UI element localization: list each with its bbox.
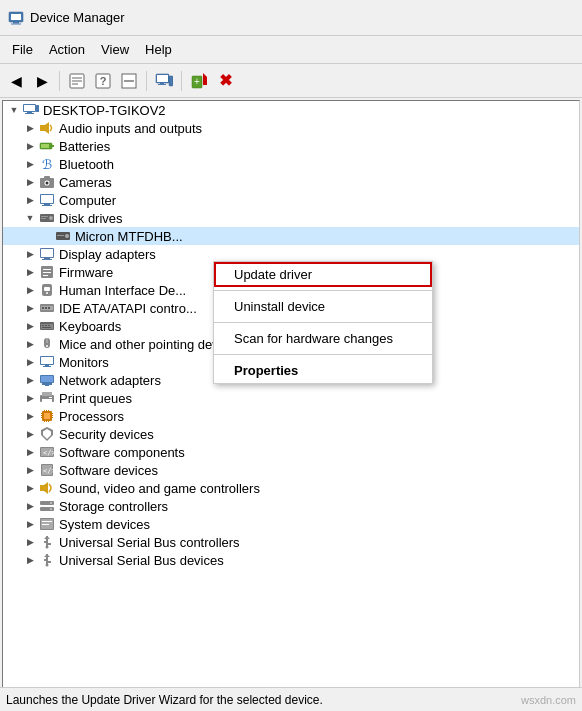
status-text: Launches the Update Driver Wizard for th…	[6, 693, 323, 707]
svg-rect-68	[42, 327, 51, 328]
svg-rect-48	[41, 249, 53, 257]
menu-file[interactable]: File	[4, 40, 41, 59]
context-update-driver[interactable]: Update driver	[214, 262, 432, 287]
svg-point-120	[46, 546, 49, 549]
expand-ide[interactable]: ▶	[23, 301, 37, 315]
context-uninstall[interactable]: Uninstall device	[214, 294, 432, 319]
ide-label: IDE ATA/ATAPI contro...	[59, 301, 197, 316]
toolbar-separator-2	[146, 71, 147, 91]
tree-micron[interactable]: ▶ Micron MTFDHB...	[3, 227, 579, 245]
tree-processors[interactable]: ▶ Processors	[3, 407, 579, 425]
root-label: DESKTOP-TGIKOV2	[43, 103, 166, 118]
svg-marker-107	[44, 482, 48, 494]
status-bar: Launches the Update Driver Wizard for th…	[0, 687, 582, 711]
forward-button[interactable]: ▶	[30, 69, 54, 93]
expand-processors[interactable]: ▶	[23, 409, 37, 423]
diskdrives-label: Disk drives	[59, 211, 123, 226]
menu-help[interactable]: Help	[137, 40, 180, 59]
svg-rect-13	[157, 75, 168, 82]
svg-rect-39	[42, 205, 52, 206]
expand-firmware[interactable]: ▶	[23, 265, 37, 279]
tree-system[interactable]: ▶ System devices	[3, 515, 579, 533]
micron-label: Micron MTFDHB...	[75, 229, 183, 244]
tree-computer[interactable]: ▶ Computer	[3, 191, 579, 209]
expand-hid[interactable]: ▶	[23, 283, 37, 297]
svg-rect-38	[44, 204, 50, 205]
context-sep-2	[214, 322, 432, 323]
cameras-label: Cameras	[59, 175, 112, 190]
tree-softwaredev[interactable]: ▶ </> Software devices	[3, 461, 579, 479]
expand-mice[interactable]: ▶	[23, 337, 37, 351]
audio-icon	[39, 120, 55, 136]
expand-diskdrives[interactable]: ▼	[23, 211, 37, 225]
svg-rect-42	[41, 216, 48, 217]
usb-devices-icon	[39, 552, 55, 568]
title-bar: Device Manager	[0, 0, 582, 36]
add-driver-button[interactable]: +	[187, 69, 211, 93]
expand-sound[interactable]: ▶	[23, 481, 37, 495]
expand-audio[interactable]: ▶	[23, 121, 37, 135]
tree-usb-devices[interactable]: ▶ Universal Serial Bus devices	[3, 551, 579, 569]
tree-sound[interactable]: ▶ Sound, video and game controllers	[3, 479, 579, 497]
tree-root[interactable]: ▼ DESKTOP-TGIKOV2	[3, 101, 579, 119]
monitor-button[interactable]	[152, 69, 176, 93]
tree-print[interactable]: ▶ Print queues	[3, 389, 579, 407]
usb-devices-label: Universal Serial Bus devices	[59, 553, 224, 568]
svg-text:</>: </>	[43, 449, 55, 457]
svg-rect-94	[48, 410, 49, 411]
context-scan[interactable]: Scan for hardware changes	[214, 326, 432, 351]
context-sep-3	[214, 354, 432, 355]
svg-rect-79	[45, 385, 49, 386]
tree-storage[interactable]: ▶ Storage controllers	[3, 497, 579, 515]
camera-icon	[39, 174, 55, 190]
expand-softwarecomp[interactable]: ▶	[23, 445, 37, 459]
back-button[interactable]: ◀	[4, 69, 28, 93]
security-label: Security devices	[59, 427, 154, 442]
system-label: System devices	[59, 517, 150, 532]
svg-rect-3	[11, 23, 21, 24]
expand-monitors[interactable]: ▶	[23, 355, 37, 369]
expand-computer[interactable]: ▶	[23, 193, 37, 207]
tree-batteries[interactable]: ▶ Batteries	[3, 137, 579, 155]
expand-network[interactable]: ▶	[23, 373, 37, 387]
svg-rect-92	[44, 410, 45, 411]
svg-rect-54	[43, 275, 48, 276]
expand-cameras[interactable]: ▶	[23, 175, 37, 189]
expand-system[interactable]: ▶	[23, 517, 37, 531]
tree-cameras[interactable]: ▶ Cameras	[3, 173, 579, 191]
expand-display[interactable]: ▶	[23, 247, 37, 261]
expand-root[interactable]: ▼	[7, 103, 21, 117]
remove-button[interactable]: ✖	[213, 69, 237, 93]
properties-button[interactable]	[65, 69, 89, 93]
expand-usb-devices[interactable]: ▶	[23, 553, 37, 567]
svg-rect-75	[43, 366, 51, 367]
expand-softwaredev[interactable]: ▶	[23, 463, 37, 477]
svg-rect-65	[42, 325, 44, 326]
tree-audio[interactable]: ▶ Audio inputs and outputs	[3, 119, 579, 137]
context-properties[interactable]: Properties	[214, 358, 432, 383]
expand-keyboards[interactable]: ▶	[23, 319, 37, 333]
tree-bluetooth[interactable]: ▶ ℬ Bluetooth	[3, 155, 579, 173]
tree-softwarecomp[interactable]: ▶ </> Software components	[3, 443, 579, 461]
svg-rect-119	[48, 543, 51, 545]
tree-security[interactable]: ▶ Security devices	[3, 425, 579, 443]
tree-diskdrives[interactable]: ▼ Disk drives	[3, 209, 579, 227]
menu-action[interactable]: Action	[41, 40, 93, 59]
expand-security[interactable]: ▶	[23, 427, 37, 441]
expand-bluetooth[interactable]: ▶	[23, 157, 37, 171]
menu-view[interactable]: View	[93, 40, 137, 59]
tree-usb-controllers[interactable]: ▶ Universal Serial Bus controllers	[3, 533, 579, 551]
expand-usb[interactable]: ▶	[23, 535, 37, 549]
view-properties-button[interactable]	[117, 69, 141, 93]
svg-marker-117	[44, 536, 50, 539]
expand-print[interactable]: ▶	[23, 391, 37, 405]
expand-batteries[interactable]: ▶	[23, 139, 37, 153]
device-tree: ▼ DESKTOP-TGIKOV2 ▶ Audio inputs and out…	[2, 100, 580, 691]
expand-storage[interactable]: ▶	[23, 499, 37, 513]
softwaredev-label: Software devices	[59, 463, 158, 478]
monitor-icon	[39, 354, 55, 370]
svg-rect-93	[46, 410, 47, 411]
svg-rect-66	[45, 325, 47, 326]
security-icon	[39, 426, 55, 442]
help-button[interactable]: ?	[91, 69, 115, 93]
